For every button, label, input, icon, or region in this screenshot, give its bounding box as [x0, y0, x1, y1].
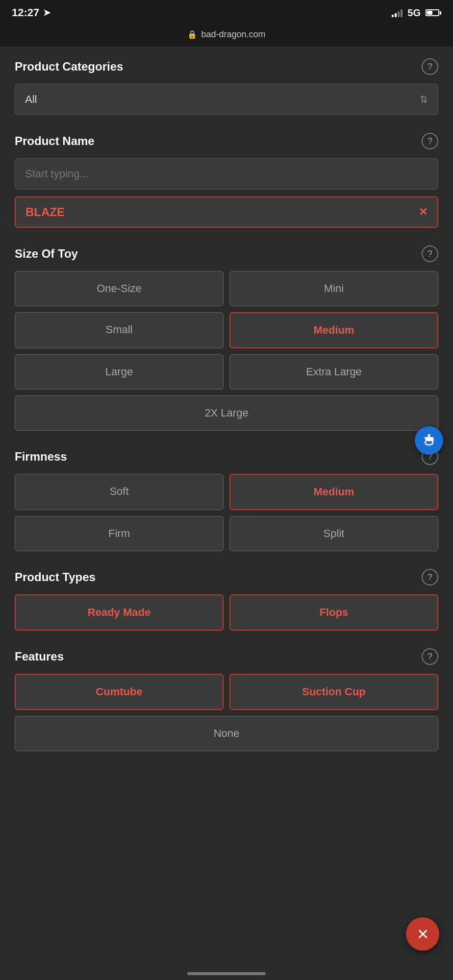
product-name-header: Product Name ?: [15, 133, 438, 149]
size-options-grid: One-SizeMiniSmallMediumLargeExtra Large2…: [15, 271, 438, 431]
product-categories-header: Product Categories ?: [15, 58, 438, 75]
size-option-one-size[interactable]: One-Size: [15, 271, 224, 306]
size-option-extra-large[interactable]: Extra Large: [229, 354, 438, 390]
firmness-option-firm[interactable]: Firm: [15, 516, 224, 551]
close-fab-icon: ✕: [417, 926, 429, 943]
product-types-section: Product Types ? Ready MadeFlops: [15, 569, 438, 631]
features-title: Features: [15, 650, 64, 663]
firmness-header: Firmness ?: [15, 448, 438, 465]
battery-icon: [426, 9, 441, 16]
select-arrows-icon: ⇅: [420, 94, 428, 105]
product-categories-help-icon[interactable]: ?: [422, 58, 438, 75]
navigation-icon: ➤: [43, 7, 50, 18]
size-option-medium[interactable]: Medium: [229, 312, 438, 348]
features-help-icon[interactable]: ?: [422, 648, 438, 665]
product-type-option-flops[interactable]: Flops: [229, 594, 438, 631]
feature-option-none[interactable]: None: [15, 716, 438, 751]
accessibility-button[interactable]: [415, 426, 443, 455]
product-name-help-icon[interactable]: ?: [422, 133, 438, 149]
url-display: bad-dragon.com: [201, 29, 265, 40]
feature-option-cumtube[interactable]: Cumtube: [15, 674, 224, 710]
status-time: 12:27 ➤: [12, 6, 50, 19]
product-name-tag[interactable]: BLAZE ✕: [15, 196, 438, 228]
product-categories-section: Product Categories ? All ⇅: [15, 58, 438, 115]
firmness-options-grid: SoftMediumFirmSplit: [15, 474, 438, 551]
size-option-2x-large[interactable]: 2X Large: [15, 395, 438, 431]
status-icons: 5G: [392, 7, 441, 19]
product-types-header: Product Types ?: [15, 569, 438, 586]
product-types-title: Product Types: [15, 570, 96, 584]
product-name-input[interactable]: Start typing...: [15, 158, 438, 190]
product-categories-select[interactable]: All ⇅: [15, 84, 438, 115]
size-option-large[interactable]: Large: [15, 354, 224, 390]
signal-icon: [392, 8, 403, 17]
features-header: Features ?: [15, 648, 438, 665]
product-name-tag-value: BLAZE: [25, 205, 65, 219]
size-of-toy-header: Size Of Toy ?: [15, 245, 438, 262]
product-name-clear-icon[interactable]: ✕: [419, 206, 428, 219]
feature-option-suction-cup[interactable]: Suction Cup: [229, 674, 438, 710]
firmness-option-medium[interactable]: Medium: [229, 474, 438, 510]
product-types-help-icon[interactable]: ?: [422, 569, 438, 586]
svg-point-0: [428, 434, 430, 437]
firmness-option-soft[interactable]: Soft: [15, 474, 224, 510]
firmness-option-split[interactable]: Split: [229, 516, 438, 551]
product-name-placeholder: Start typing...: [25, 168, 89, 180]
product-type-option-ready-made[interactable]: Ready Made: [15, 594, 224, 631]
size-option-mini[interactable]: Mini: [229, 271, 438, 306]
firmness-title: Firmness: [15, 450, 67, 464]
size-option-small[interactable]: Small: [15, 312, 224, 348]
product-categories-title: Product Categories: [15, 60, 123, 74]
main-content: Product Categories ? All ⇅ Product Name …: [0, 47, 453, 781]
product-categories-value: All: [25, 93, 37, 106]
close-fab-button[interactable]: ✕: [406, 917, 439, 951]
features-section: Features ? CumtubeSuction CupNone: [15, 648, 438, 751]
home-indicator: [187, 972, 266, 975]
lock-icon: 🔒: [187, 30, 197, 39]
product-name-section: Product Name ? Start typing... BLAZE ✕: [15, 133, 438, 228]
network-indicator: 5G: [407, 7, 421, 19]
size-of-toy-help-icon[interactable]: ?: [422, 245, 438, 262]
time-display: 12:27: [12, 6, 39, 19]
product-types-options-grid: Ready MadeFlops: [15, 594, 438, 631]
features-options-grid: CumtubeSuction CupNone: [15, 674, 438, 751]
size-of-toy-title: Size Of Toy: [15, 247, 78, 261]
address-bar[interactable]: 🔒 bad-dragon.com: [0, 25, 453, 47]
firmness-section: Firmness ? SoftMediumFirmSplit: [15, 448, 438, 551]
product-name-title: Product Name: [15, 134, 95, 148]
size-of-toy-section: Size Of Toy ? One-SizeMiniSmallMediumLar…: [15, 245, 438, 431]
status-bar: 12:27 ➤ 5G: [0, 0, 453, 25]
accessibility-icon: [421, 433, 437, 448]
